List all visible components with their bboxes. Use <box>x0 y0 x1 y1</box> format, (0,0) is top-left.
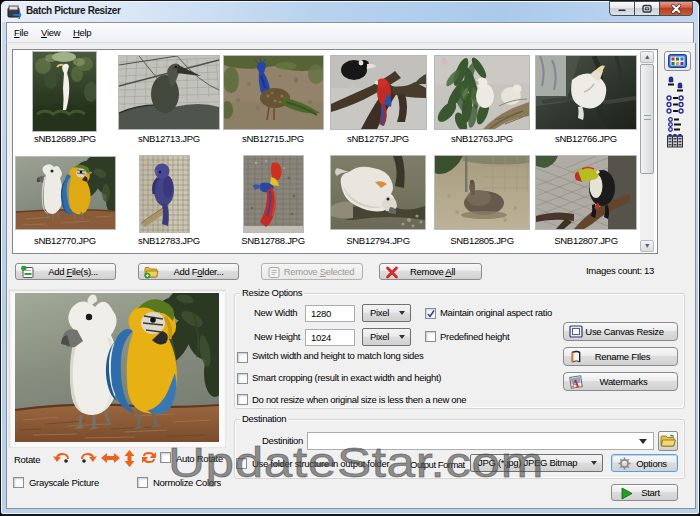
svg-text:A: A <box>572 378 580 389</box>
